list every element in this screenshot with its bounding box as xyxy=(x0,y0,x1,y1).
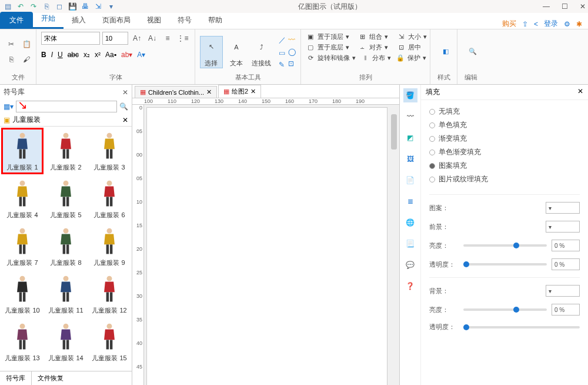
library-category[interactable]: 儿童服装 xyxy=(12,115,41,125)
fill-tab-icon[interactable]: 🪣 xyxy=(403,88,417,102)
line-tab-icon[interactable]: 〰 xyxy=(403,109,417,124)
strike-button[interactable]: abc xyxy=(68,51,79,59)
library-item[interactable]: 儿童服装 8 xyxy=(45,223,87,270)
underline-button[interactable]: U xyxy=(58,51,63,59)
qat-undo-icon[interactable]: ↶ xyxy=(15,1,26,12)
file-menu[interactable]: 文件 xyxy=(0,12,33,29)
size-button[interactable]: ⇲大小▾ xyxy=(396,32,427,41)
style-button[interactable]: ◧ xyxy=(435,41,456,63)
font-name-select[interactable] xyxy=(41,32,100,45)
bold-button[interactable]: B xyxy=(41,51,46,59)
web-tab-icon[interactable]: 🌐 xyxy=(403,215,417,230)
doc-tab-2[interactable]: ▦绘图2✕ xyxy=(218,85,261,98)
minimize-button[interactable]: — xyxy=(543,2,550,11)
library-item[interactable]: 儿童服装 14 xyxy=(45,318,87,365)
subscript-button[interactable]: x₂ xyxy=(83,51,90,59)
page-tab-icon[interactable]: 📃 xyxy=(403,237,417,251)
cut-icon[interactable]: ✂ xyxy=(5,38,18,51)
image-tab-icon[interactable]: 🖼 xyxy=(403,152,417,166)
rotate-button[interactable]: ⟳旋转和镜像▾ xyxy=(306,53,356,62)
library-item[interactable]: 儿童服装 3 xyxy=(88,128,131,174)
background-combo[interactable]: ▾ xyxy=(546,285,580,297)
tab-file-recovery[interactable]: 文件恢复 xyxy=(32,371,69,385)
pattern-combo[interactable]: ▾ xyxy=(546,202,580,214)
close-icon[interactable]: ✕ xyxy=(206,88,212,96)
library-item[interactable]: 儿童服装 1 xyxy=(1,128,44,174)
brightness-slider[interactable] xyxy=(463,244,547,247)
foreground-combo[interactable]: ▾ xyxy=(546,221,580,233)
superscript-button[interactable]: x² xyxy=(95,51,101,59)
qat-new-icon[interactable]: ▤ xyxy=(2,1,13,12)
center-button[interactable]: ⊡居中 xyxy=(396,42,421,52)
qat-more-icon[interactable]: ▾ xyxy=(106,1,116,12)
protect-button[interactable]: 🔒保护▾ xyxy=(396,53,426,62)
library-item[interactable]: 儿童服装 15 xyxy=(88,318,131,365)
curve-tool-icon[interactable]: 〰 xyxy=(288,36,296,44)
pen-tool-icon[interactable]: ✎ xyxy=(279,61,286,69)
library-item[interactable]: 儿童服装 9 xyxy=(88,223,131,270)
line-tool-icon[interactable]: ／ xyxy=(279,35,286,45)
brightness-spin[interactable]: 0 % xyxy=(552,240,580,251)
fill-option[interactable]: 图片或纹理填充 xyxy=(429,172,580,186)
library-item[interactable]: 儿童服装 7 xyxy=(1,223,44,270)
highlight-button[interactable]: Aa▪ xyxy=(105,51,116,59)
text-tab-icon[interactable]: 📄 xyxy=(403,173,417,187)
fill-close-icon[interactable]: ✕ xyxy=(577,87,583,97)
library-item[interactable]: 儿童服装 13 xyxy=(1,318,44,365)
scrollbar-vertical[interactable] xyxy=(390,107,398,385)
fill-option[interactable]: 单色渐变填充 xyxy=(429,145,580,159)
close-icon[interactable]: ✕ xyxy=(250,88,256,95)
library-item[interactable]: 儿童服装 10 xyxy=(1,271,44,317)
circle-tool-icon[interactable]: ◯ xyxy=(288,48,296,56)
settings-icon[interactable]: ⚙ xyxy=(564,20,570,28)
crop-tool-icon[interactable]: ⊡ xyxy=(288,59,296,68)
tab-view[interactable]: 视图 xyxy=(139,12,169,29)
tab-layout[interactable]: 页面布局 xyxy=(94,12,139,29)
align-button[interactable]: ⫠对齐▾ xyxy=(358,42,388,52)
tab-help[interactable]: 帮助 xyxy=(200,12,230,29)
layer-tab-icon[interactable]: ≣ xyxy=(403,194,417,208)
fill-option[interactable]: 无填充 xyxy=(429,105,580,118)
align-icon[interactable]: ≡ xyxy=(161,32,174,45)
qat-export-icon[interactable]: ⇲ xyxy=(93,1,103,12)
bullets-icon[interactable]: ⋮≡ xyxy=(176,32,189,45)
search-icon[interactable]: 🔍 xyxy=(119,102,128,111)
help-tab-icon[interactable]: ❓ xyxy=(403,279,417,293)
library-item[interactable]: 儿童服装 6 xyxy=(88,175,131,222)
library-menu-icon[interactable]: ▦▾ xyxy=(4,102,14,111)
bring-front-button[interactable]: ▣置于顶层▾ xyxy=(306,32,349,41)
group-button[interactable]: ⊞组合▾ xyxy=(358,32,388,41)
distribute-button[interactable]: ⫴分布▾ xyxy=(360,53,391,62)
buy-link[interactable]: 购买 xyxy=(502,19,516,29)
paste-icon[interactable]: 📋 xyxy=(20,38,33,51)
fill-option[interactable]: 图案填充 xyxy=(429,159,580,172)
library-close-icon[interactable]: ✕ xyxy=(122,88,128,97)
library-item[interactable]: 儿童服装 5 xyxy=(45,175,87,222)
qat-save-icon[interactable]: 💾 xyxy=(67,1,78,12)
brightness2-slider[interactable] xyxy=(463,308,547,311)
connector-tool[interactable]: ⤴连接线 xyxy=(250,36,273,68)
select-tool[interactable]: ↖选择 xyxy=(200,36,223,68)
share-icon[interactable]: ⇪ xyxy=(522,20,528,28)
rect-tool-icon[interactable]: ▭ xyxy=(279,49,286,57)
decrease-font-icon[interactable]: A↓ xyxy=(146,32,159,45)
send-back-button[interactable]: ▢置于底层▾ xyxy=(306,42,349,52)
shadow-tab-icon[interactable]: ◩ xyxy=(403,131,417,145)
library-search-input[interactable] xyxy=(16,101,117,112)
opacity-spin[interactable]: 0 % xyxy=(552,258,580,270)
edit-button[interactable]: 🔍 xyxy=(462,41,483,63)
library-item[interactable]: 儿童服装 11 xyxy=(45,271,87,317)
brightness2-spin[interactable]: 0 % xyxy=(552,304,580,316)
canvas-page[interactable] xyxy=(144,105,399,385)
login-link[interactable]: 登录 xyxy=(544,19,558,29)
qat-print-icon[interactable]: 🖶 xyxy=(80,1,91,12)
comment-tab-icon[interactable]: 💬 xyxy=(403,258,417,272)
tab-insert[interactable]: 插入 xyxy=(64,12,94,29)
doc-tab-1[interactable]: ▦Children's Clothin...✕ xyxy=(135,86,217,98)
library-item[interactable]: 儿童服装 2 xyxy=(45,128,87,174)
opacity2-slider[interactable] xyxy=(463,326,580,328)
fill-option[interactable]: 渐变填充 xyxy=(429,132,580,145)
tab-home[interactable]: 开始 xyxy=(33,10,64,29)
tab-symbol[interactable]: 符号 xyxy=(169,12,200,29)
maximize-button[interactable]: ☐ xyxy=(562,2,568,11)
